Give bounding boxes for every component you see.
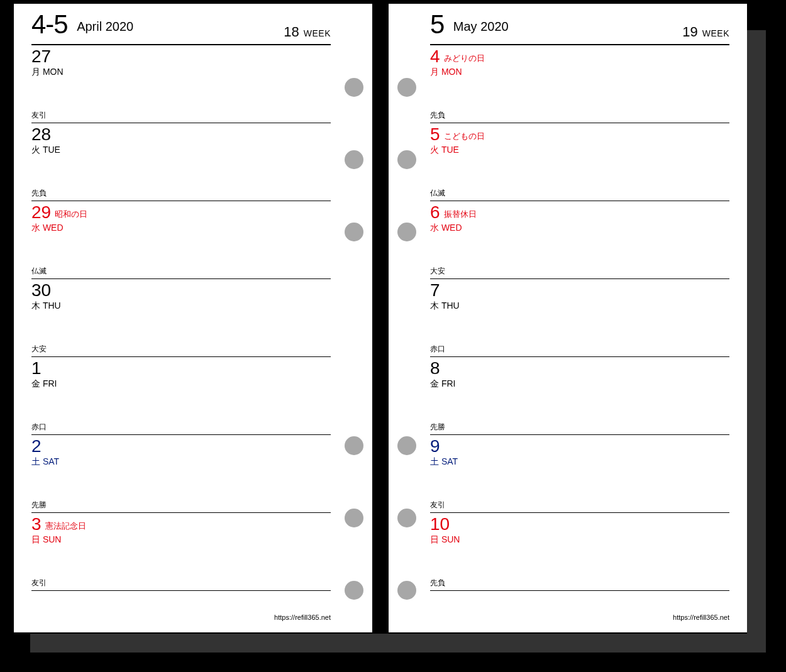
day-of-week: 木 THU (430, 300, 729, 312)
dow-jp: 土 (430, 456, 439, 466)
day-number: 5 (430, 126, 440, 143)
dow-en: MON (40, 67, 64, 77)
day-of-week: 土 SAT (31, 456, 331, 468)
day-of-week: 金 FRI (430, 378, 729, 390)
dow-en: THU (439, 300, 460, 311)
dow-en: SUN (439, 534, 460, 544)
dow-jp: 金 (31, 378, 40, 388)
day-number: 8 (430, 360, 440, 377)
dow-en: TUE (40, 145, 60, 155)
footer-url: https://refill365.net (673, 614, 729, 621)
binder-hole-icon (397, 581, 416, 600)
day-of-week: 土 SAT (430, 456, 729, 468)
dow-jp: 水 (31, 223, 40, 233)
day-number: 28 (31, 126, 51, 143)
dow-jp: 月 (31, 67, 40, 77)
dow-jp: 月 (430, 67, 439, 77)
holiday-name: 憲法記念日 (45, 521, 86, 531)
planner-spread: 4-5 April 2020 18 WEEK 27月 MON友引28火 TUE先… (0, 0, 786, 672)
binder-hole-icon (345, 223, 363, 241)
rokuyou: 友引 (430, 500, 445, 510)
day-number: 6 (430, 204, 440, 221)
days-column: 27月 MON友引28火 TUE先負29昭和の日水 WED仏滅30木 THU大安… (31, 45, 331, 591)
rokuyou: 先負 (430, 110, 445, 121)
rokuyou: 先勝 (31, 500, 47, 510)
day-row: 6振替休日水 WED大安 (430, 201, 729, 279)
page-header: 5 May 2020 19 WEEK (430, 4, 729, 45)
rokuyou: 友引 (31, 578, 47, 588)
dow-en: WED (439, 223, 462, 233)
holiday-name: みどりの日 (444, 53, 485, 63)
dow-en: FRI (439, 378, 455, 388)
days-column: 4みどりの日月 MON先負5こどもの日火 TUE仏滅6振替休日水 WED大安7木… (430, 45, 729, 591)
dow-jp: 日 (430, 534, 439, 544)
dow-jp: 日 (31, 534, 40, 544)
month-name: May 2020 (453, 6, 509, 47)
rokuyou: 先勝 (430, 422, 445, 432)
day-row: 10日 SUN先負 (430, 513, 729, 591)
dow-en: SUN (40, 534, 61, 544)
rokuyou: 先負 (430, 578, 445, 588)
holiday-name: こどもの日 (444, 131, 485, 141)
week-label: WEEK (304, 28, 331, 38)
day-row: 28火 TUE先負 (31, 123, 331, 201)
week-number: 18 (284, 24, 299, 40)
day-number: 9 (430, 438, 440, 455)
rokuyou: 赤口 (430, 344, 445, 355)
dow-en: TUE (439, 145, 459, 155)
dow-en: MON (439, 67, 462, 77)
footer-url: https://refill365.net (274, 614, 331, 621)
day-number: 3 (31, 515, 42, 533)
week-indicator: 18 WEEK (284, 24, 331, 40)
week-label: WEEK (702, 28, 729, 38)
holiday-name: 振替休日 (444, 209, 477, 219)
rokuyou: 仏滅 (430, 188, 445, 199)
dow-jp: 土 (31, 456, 40, 466)
binder-hole-icon (397, 509, 416, 527)
day-number: 4 (430, 48, 440, 65)
binder-hole-icon (345, 150, 363, 169)
rokuyou: 先負 (31, 188, 47, 199)
binder-hole-icon (397, 78, 416, 97)
binder-hole-icon (397, 436, 416, 455)
dow-en: SAT (439, 456, 458, 466)
day-row: 8金 FRI先勝 (430, 357, 729, 435)
day-of-week: 日 SUN (430, 534, 729, 546)
week-number: 19 (682, 24, 697, 40)
dow-jp: 火 (430, 145, 439, 155)
day-number: 27 (31, 48, 51, 65)
day-number: 2 (31, 438, 42, 455)
binder-hole-icon (345, 581, 363, 600)
page-shadow (30, 634, 766, 653)
day-number: 1 (31, 360, 42, 377)
rokuyou: 赤口 (31, 422, 47, 432)
planner-page-right: 5 May 2020 19 WEEK 4みどりの日月 MON先負5こどもの日火 … (389, 4, 747, 632)
day-number: 29 (31, 204, 51, 221)
dow-jp: 木 (430, 300, 439, 311)
binder-hole-icon (397, 223, 416, 241)
dow-en: THU (40, 300, 61, 311)
day-of-week: 水 WED (430, 223, 729, 234)
dow-jp: 金 (430, 378, 439, 388)
day-number: 7 (430, 282, 440, 299)
day-row: 7木 THU赤口 (430, 279, 729, 357)
month-name: April 2020 (77, 6, 133, 47)
planner-page-left: 4-5 April 2020 18 WEEK 27月 MON友引28火 TUE先… (14, 4, 372, 632)
month-number: 5 (430, 4, 444, 45)
binder-hole-icon (345, 509, 363, 527)
day-row: 4みどりの日月 MON先負 (430, 45, 729, 123)
dow-jp: 水 (430, 223, 439, 233)
rokuyou: 大安 (31, 344, 47, 355)
month-number: 4-5 (31, 4, 68, 45)
day-row: 9土 SAT友引 (430, 435, 729, 513)
week-indicator: 19 WEEK (682, 24, 729, 40)
day-of-week: 火 TUE (31, 145, 331, 156)
day-row: 30木 THU大安 (31, 279, 331, 357)
day-number: 30 (31, 282, 51, 299)
day-row: 29昭和の日水 WED仏滅 (31, 201, 331, 279)
day-of-week: 火 TUE (430, 145, 729, 156)
holiday-name: 昭和の日 (55, 209, 87, 219)
day-of-week: 月 MON (430, 67, 729, 78)
day-row: 1金 FRI赤口 (31, 357, 331, 435)
dow-en: SAT (40, 456, 59, 466)
